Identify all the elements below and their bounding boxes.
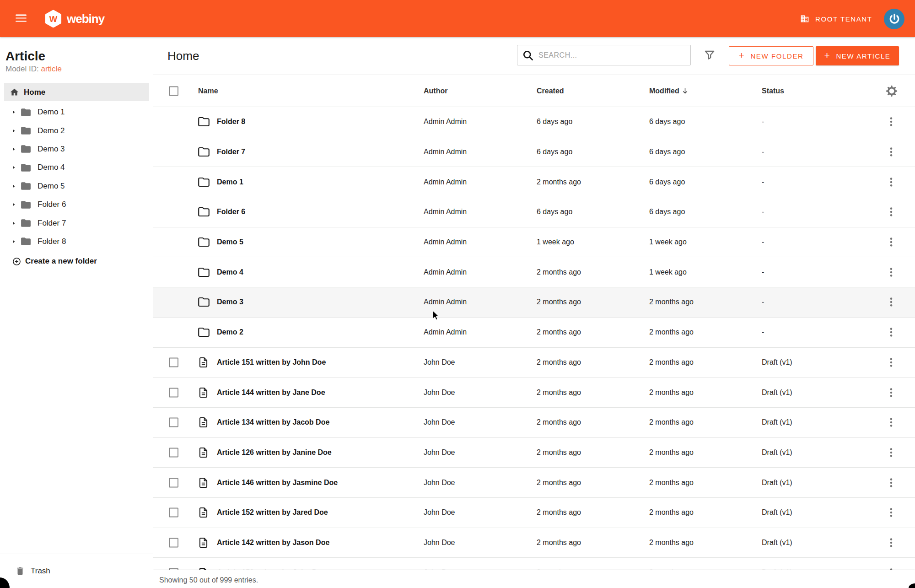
row-actions-kebab-icon[interactable] — [885, 236, 897, 248]
hamburger-menu-icon[interactable] — [16, 15, 27, 22]
chevron-right-icon[interactable] — [10, 201, 17, 208]
row-actions-kebab-icon[interactable] — [885, 266, 897, 278]
row-name[interactable]: Demo 1 — [217, 178, 243, 186]
sidebar-item-demo-4[interactable]: Demo 4 — [0, 158, 153, 177]
article-icon — [198, 507, 209, 519]
table-row[interactable]: Article 142 written by Jason DoeJohn Doe… — [153, 528, 915, 558]
sidebar-item-demo-5[interactable]: Demo 5 — [0, 177, 153, 195]
row-actions-kebab-icon[interactable] — [885, 296, 897, 308]
sidebar-item-trash[interactable]: Trash — [0, 554, 153, 588]
sidebar-item-home[interactable]: Home — [4, 83, 149, 101]
row-checkbox[interactable] — [169, 478, 178, 487]
row-actions-kebab-icon[interactable] — [885, 477, 897, 489]
filter-icon[interactable] — [701, 47, 718, 63]
row-name[interactable]: Demo 4 — [217, 268, 243, 276]
row-checkbox[interactable] — [169, 418, 178, 427]
row-name[interactable]: Article 142 written by Jason Doe — [217, 539, 329, 547]
column-header-status[interactable]: Status — [762, 87, 784, 95]
search-input[interactable] — [538, 51, 690, 59]
select-all-checkbox[interactable] — [169, 86, 178, 96]
row-name[interactable]: Article 144 written by Jane Doe — [217, 388, 325, 397]
row-name[interactable]: Article 152 written by Jared Doe — [217, 508, 328, 517]
row-name[interactable]: Demo 5 — [217, 238, 243, 246]
new-article-button[interactable]: +NEW ARTICLE — [816, 46, 899, 65]
table-row[interactable]: Article 126 written by Janine DoeJohn Do… — [153, 438, 915, 468]
sidebar-item-demo-3[interactable]: Demo 3 — [0, 140, 153, 158]
plus-icon: + — [824, 50, 831, 61]
row-checkbox[interactable] — [169, 508, 178, 518]
table-settings-gear-icon[interactable] — [885, 85, 898, 97]
row-name[interactable]: Article 134 written by Jacob Doe — [217, 418, 329, 426]
chevron-right-icon[interactable] — [10, 220, 17, 227]
row-actions-kebab-icon[interactable] — [885, 387, 897, 399]
folder-tree: Demo 1Demo 2Demo 3Demo 4Demo 5Folder 6Fo… — [0, 103, 153, 251]
row-status: Draft (v1) — [762, 358, 792, 367]
column-header-modified[interactable]: Modified — [649, 87, 689, 95]
create-folder-button[interactable]: Create a new folder — [0, 252, 153, 270]
row-name[interactable]: Folder 7 — [217, 148, 245, 156]
row-actions-kebab-icon[interactable] — [885, 507, 897, 518]
row-name[interactable]: Demo 3 — [217, 298, 243, 306]
chevron-right-icon[interactable] — [10, 164, 17, 171]
row-author: Admin Admin — [424, 238, 467, 246]
current-folder-title: Home — [167, 49, 199, 63]
sidebar-item-demo-2[interactable]: Demo 2 — [0, 121, 153, 140]
row-created: 6 days ago — [537, 148, 572, 156]
chevron-right-icon[interactable] — [10, 108, 17, 116]
row-checkbox[interactable] — [169, 388, 178, 397]
row-actions-kebab-icon[interactable] — [885, 416, 897, 428]
row-name[interactable]: Demo 2 — [217, 328, 243, 336]
sidebar-item-folder-8[interactable]: Folder 8 — [0, 232, 153, 251]
table-row[interactable]: Article 146 written by Jasmine DoeJohn D… — [153, 468, 915, 498]
row-actions-kebab-icon[interactable] — [885, 537, 897, 549]
row-checkbox[interactable] — [169, 538, 178, 547]
sidebar-item-folder-7[interactable]: Folder 7 — [0, 214, 153, 232]
table-row[interactable]: Folder 7Admin Admin6 days ago6 days ago- — [153, 137, 915, 167]
table-row[interactable]: Folder 6Admin Admin6 days ago6 days ago- — [153, 197, 915, 227]
chevron-right-icon[interactable] — [10, 146, 17, 153]
table-row[interactable]: Demo 1Admin Admin2 months ago6 days ago- — [153, 167, 915, 197]
sidebar-item-demo-1[interactable]: Demo 1 — [0, 103, 153, 121]
row-checkbox[interactable] — [169, 357, 178, 367]
column-header-name[interactable]: Name — [198, 87, 218, 95]
chevron-right-icon[interactable] — [10, 183, 17, 190]
column-header-created[interactable]: Created — [537, 87, 564, 95]
user-avatar[interactable] — [884, 9, 904, 29]
chevron-right-icon[interactable] — [10, 127, 17, 135]
tenant-selector[interactable]: ROOT TENANT — [800, 14, 872, 23]
row-name[interactable]: Folder 6 — [217, 208, 245, 216]
row-status: - — [762, 208, 764, 216]
sidebar-model-id-value[interactable]: article — [41, 65, 61, 73]
folder-icon — [198, 236, 210, 248]
row-name[interactable]: Article 151 written by John Doe — [217, 358, 326, 367]
row-actions-kebab-icon[interactable] — [885, 447, 897, 459]
table-row[interactable]: Article 134 written by Jacob DoeJohn Doe… — [153, 408, 915, 438]
row-checkbox[interactable] — [169, 448, 178, 457]
row-actions-kebab-icon[interactable] — [885, 206, 897, 218]
table-row[interactable]: Demo 2Admin Admin2 months ago2 months ag… — [153, 318, 915, 348]
row-actions-kebab-icon[interactable] — [885, 116, 897, 128]
new-folder-button[interactable]: +NEW FOLDER — [729, 46, 813, 65]
table-row[interactable]: Demo 4Admin Admin2 months ago1 week ago- — [153, 257, 915, 287]
row-actions-kebab-icon[interactable] — [885, 176, 897, 188]
table-row[interactable]: Demo 3Admin Admin2 months ago2 months ag… — [153, 287, 915, 318]
row-actions-kebab-icon[interactable] — [885, 356, 897, 368]
row-author: John Doe — [424, 358, 455, 367]
list-footer: Showing 50 out of 999 entries. — [153, 570, 915, 588]
home-icon — [10, 87, 19, 97]
sidebar-item-folder-6[interactable]: Folder 6 — [0, 195, 153, 214]
folder-icon — [198, 176, 210, 188]
article-icon — [198, 416, 209, 429]
row-name[interactable]: Folder 8 — [217, 118, 245, 126]
table-row[interactable]: Demo 5Admin Admin1 week ago1 week ago- — [153, 227, 915, 258]
table-row[interactable]: Article 152 written by Jared DoeJohn Doe… — [153, 498, 915, 528]
row-name[interactable]: Article 126 written by Janine Doe — [217, 448, 332, 457]
table-row[interactable]: Article 144 written by Jane DoeJohn Doe2… — [153, 378, 915, 408]
chevron-right-icon[interactable] — [10, 238, 17, 245]
row-actions-kebab-icon[interactable] — [885, 146, 897, 158]
column-header-author[interactable]: Author — [424, 87, 447, 95]
table-row[interactable]: Article 151 written by John DoeJohn Doe2… — [153, 348, 915, 378]
row-actions-kebab-icon[interactable] — [885, 326, 897, 338]
row-name[interactable]: Article 146 written by Jasmine Doe — [217, 479, 338, 487]
table-row[interactable]: Folder 8Admin Admin6 days ago6 days ago- — [153, 107, 915, 137]
